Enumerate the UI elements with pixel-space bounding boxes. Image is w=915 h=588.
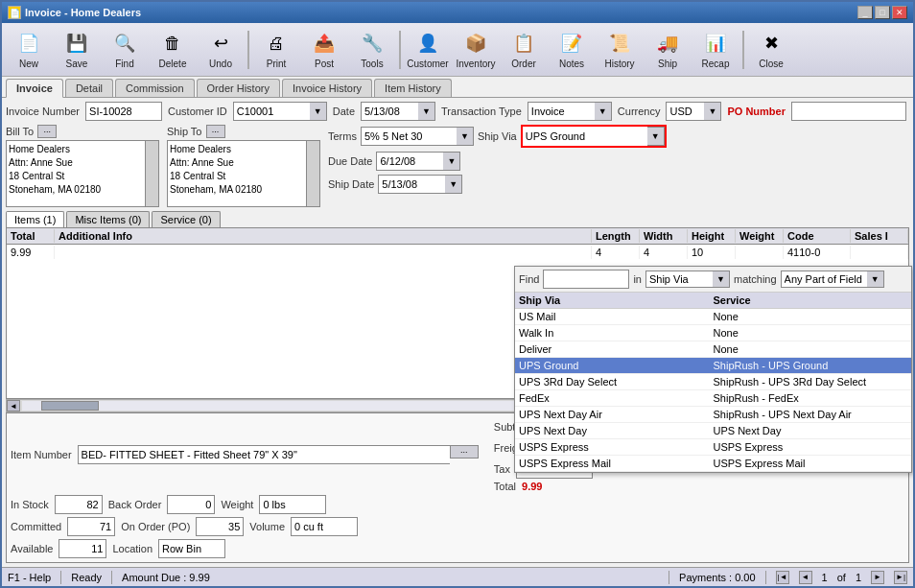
ship-via-row-upsground[interactable]: UPS Ground ShipRush - UPS Ground [515,358,911,374]
scroll-left-btn[interactable]: ◄ [7,400,20,412]
toolbar-save-button[interactable]: 💾 Save [54,26,100,74]
ship-via-matching-dropdown-btn[interactable]: ▼ [867,270,884,288]
last-page-btn[interactable]: ►| [894,571,907,584]
ship-via-row-usmail[interactable]: US Mail None [515,309,911,325]
po-number-input[interactable] [791,102,906,121]
col-total-header: Total [7,229,55,243]
maximize-button[interactable]: □ [875,6,890,19]
ship-via-matching-input[interactable] [781,270,867,288]
bill-to-text: Home DealersAttn: Anne Sue18 Central StS… [9,143,156,197]
cell-length: 4 [592,246,640,259]
ship-via-dropdown-btn[interactable]: ▼ [647,127,665,146]
due-date-field: ▼ [376,152,460,171]
toolbar-order-button[interactable]: 📋 Order [501,26,547,74]
weight-input[interactable] [259,495,326,514]
scroll-thumb[interactable] [41,401,99,411]
first-page-btn[interactable]: |◄ [776,571,789,584]
toolbar-find-button[interactable]: 🔍 Find [102,26,148,74]
toolbar-notes-button[interactable]: 📝 Notes [549,26,595,74]
location-input[interactable] [158,539,225,558]
customer-id-dropdown-btn[interactable]: ▼ [310,102,327,121]
toolbar-undo-button[interactable]: ↩ Undo [198,26,244,74]
tab-invoice[interactable]: Invoice [6,79,63,98]
ship-via-row-deliver[interactable]: Deliver None [515,341,911,358]
committed-input[interactable] [67,517,115,536]
bill-to-scrollbar[interactable] [145,141,158,206]
back-order-input[interactable] [167,495,215,514]
tab-detail[interactable]: Detail [65,79,113,97]
table-row[interactable]: 9.99 4 4 10 4110-0 [7,245,908,260]
cell-info [55,246,592,259]
customer-id-input[interactable] [233,102,310,121]
toolbar-delete-button[interactable]: 🗑 Delete [150,26,196,74]
available-input[interactable] [59,539,106,558]
due-date-input[interactable] [376,152,443,171]
section-tab-misc-items[interactable]: Misc Items (0) [66,211,150,227]
due-date-dropdown-btn[interactable]: ▼ [443,152,460,171]
tab-item-history[interactable]: Item History [374,79,452,97]
ship-via-dropdown: Find in ▼ matching ▼ Ship Via Service US… [514,266,912,473]
toolbar: 📄 New 💾 Save 🔍 Find 🗑 Delete ↩ Undo 🖨 Pr… [2,23,913,77]
ship-to-expand-btn[interactable]: ··· [206,125,225,138]
on-order-input[interactable] [196,517,244,536]
item-number-expand-btn[interactable]: ··· [450,445,479,459]
bill-to-section: Bill To ··· Home DealersAttn: Anne Sue18… [6,125,159,207]
currency-input[interactable] [666,102,704,121]
ship-via-input[interactable] [523,127,647,146]
ship-via-row-upsnextday[interactable]: UPS Next Day UPS Next Day [515,423,911,439]
toolbar-history-button[interactable]: 📜 History [597,26,643,74]
toolbar-post-button[interactable]: 📤 Post [301,26,347,74]
invoice-number-input[interactable] [85,102,162,121]
toolbar-recap-button[interactable]: 📊 Recap [692,26,739,74]
toolbar-new-button[interactable]: 📄 New [6,26,52,74]
toolbar-tools-button[interactable]: 🔧 Tools [349,26,395,74]
section-tab-items[interactable]: Items (1) [6,211,64,227]
next-page-btn[interactable]: ► [871,571,884,584]
toolbar-print-button[interactable]: 🖨 Print [253,26,299,74]
close-window-button[interactable]: ✕ [892,6,907,19]
in-stock-input[interactable] [55,495,103,514]
terms-input[interactable] [361,127,457,146]
ship-via-row-fedex[interactable]: FedEx ShipRush - FedEx [515,390,911,407]
prev-page-btn[interactable]: ◄ [799,571,812,584]
tab-commission[interactable]: Commission [115,79,195,97]
volume-input[interactable] [291,517,358,536]
toolbar-close-button[interactable]: ✖ Close [748,26,794,74]
date-input[interactable] [361,102,418,121]
customer-id-field: ▼ [233,102,327,121]
ship-via-search-input[interactable] [543,270,629,289]
ship-via-row-walkin[interactable]: Walk In None [515,325,911,341]
ship-via-row-ups3rd[interactable]: UPS 3Rd Day Select ShipRush - UPS 3Rd Da… [515,374,911,390]
currency-dropdown-btn[interactable]: ▼ [704,102,721,121]
ship-via-in-input[interactable] [645,270,713,288]
tab-invoice-history[interactable]: Invoice History [282,79,372,97]
toolbar-customer-button[interactable]: 👤 Customer [405,26,451,74]
bill-to-expand-btn[interactable]: ··· [37,125,57,138]
ship-to-scrollbar[interactable] [306,141,319,206]
help-text: F1 - Help [8,572,51,583]
notes-icon: 📝 [558,30,585,57]
ship-via-uspsexpress: USPS Express [519,441,714,453]
ship-via-row-uspsexpressmail[interactable]: USPS Express Mail USPS Express Mail [515,456,911,472]
minimize-button[interactable]: _ [857,6,873,19]
ship-via-in-dropdown-btn[interactable]: ▼ [713,270,730,288]
ship-via-row-uspsexpress[interactable]: USPS Express USPS Express [515,439,911,456]
ship-via-row-upsnextdayair[interactable]: UPS Next Day Air ShipRush - UPS Next Day… [515,407,911,423]
payments: Payments : 0.00 [679,572,756,583]
ship-date-input[interactable] [378,175,445,194]
toolbar-inventory-button[interactable]: 📦 Inventory [453,26,499,74]
transaction-type-input[interactable] [528,102,595,121]
cell-total: 9.99 [7,246,55,259]
date-dropdown-btn[interactable]: ▼ [418,102,435,121]
section-tab-service[interactable]: Service (0) [152,211,220,227]
toolbar-ship-button[interactable]: 🚚 Ship [645,26,691,74]
ship-via-ups3rd-service: ShipRush - UPS 3Rd Day Select [714,376,908,388]
close-label: Close [759,59,784,69]
ship-via-usmail-service: None [714,311,908,322]
transaction-type-dropdown-btn[interactable]: ▼ [595,102,612,121]
items-table-header: Total Additional Info Length Width Heigh… [7,228,908,245]
tab-order-history[interactable]: Order History [197,79,280,97]
terms-dropdown-btn[interactable]: ▼ [457,127,474,146]
ship-date-dropdown-btn[interactable]: ▼ [445,175,462,194]
item-number-input[interactable] [78,445,450,464]
